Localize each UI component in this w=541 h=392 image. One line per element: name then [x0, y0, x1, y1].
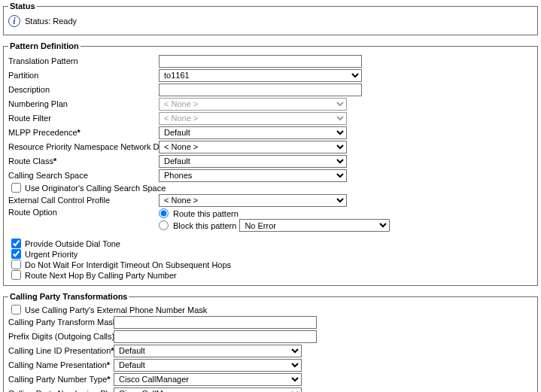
transform-mask-input[interactable]	[114, 316, 317, 329]
prefix-digits-label: Prefix Digits (Outgoing Calls)	[8, 332, 114, 341]
use-orig-css-checkbox[interactable]	[11, 183, 21, 193]
pattern-definition-legend: Pattern Definition	[8, 41, 81, 50]
route-class-label: Route Class	[8, 156, 159, 166]
route-option-label: Route Option	[8, 208, 159, 217]
route-next-hop-checkbox[interactable]	[11, 270, 21, 280]
no-wait-checkbox[interactable]	[11, 260, 21, 269]
cpt-legend: Calling Party Transformations	[8, 292, 129, 301]
route-this-pattern-label: Route this pattern	[173, 209, 239, 218]
info-icon: i	[8, 15, 20, 27]
urgent-priority-label: Urgent Priority	[25, 250, 78, 259]
route-this-pattern-radio[interactable]	[159, 208, 169, 218]
rpnnd-label: Resource Priority Namespace Network Doma…	[8, 142, 159, 151]
cp-num-type-label: Calling Party Number Type	[8, 375, 114, 384]
status-legend: Status	[8, 2, 37, 11]
mlpp-label: MLPP Precedence	[8, 128, 159, 137]
use-mask-checkbox[interactable]	[11, 305, 21, 315]
urgent-priority-checkbox[interactable]	[11, 249, 21, 259]
css-label: Calling Search Space	[8, 171, 159, 180]
provide-dial-tone-label: Provide Outside Dial Tone	[25, 239, 120, 248]
route-next-hop-label: Route Next Hop By Calling Party Number	[25, 271, 177, 280]
block-reason-select[interactable]: No Error	[239, 219, 390, 232]
status-text: Status: Ready	[25, 17, 77, 26]
cp-num-type-select[interactable]: Cisco CallManager	[114, 373, 302, 386]
cname-pres-label: Calling Name Presentation	[8, 360, 114, 369]
css-select[interactable]: Phones	[159, 169, 347, 182]
calling-party-transformations-group: Calling Party Transformations Use Callin…	[3, 292, 538, 392]
status-group: Status i Status: Ready	[3, 2, 538, 35]
provide-dial-tone-checkbox[interactable]	[11, 239, 21, 248]
description-label: Description	[8, 85, 159, 94]
transform-mask-label: Calling Party Transform Mask	[8, 318, 114, 327]
pattern-definition-group: Pattern Definition Translation Pattern P…	[3, 41, 538, 286]
numbering-plan-select[interactable]: < None >	[159, 98, 347, 111]
partition-label: Partition	[8, 71, 159, 80]
rpnnd-select[interactable]: < None >	[159, 141, 347, 153]
block-this-pattern-label: Block this pattern	[173, 221, 236, 230]
description-input[interactable]	[159, 84, 362, 96]
route-filter-select[interactable]: < None >	[159, 112, 347, 125]
numbering-plan-label: Numbering Plan	[8, 99, 159, 108]
block-this-pattern-radio[interactable]	[159, 220, 169, 230]
route-class-select[interactable]: Default	[159, 155, 347, 168]
cp-num-plan-select[interactable]: Cisco CallManager	[114, 387, 302, 393]
cp-num-plan-label: Calling Party Numbering Plan	[8, 389, 114, 392]
route-filter-label: Route Filter	[8, 114, 159, 123]
clid-pres-select[interactable]: Default	[114, 345, 302, 357]
prefix-digits-input[interactable]	[114, 330, 317, 343]
translation-pattern-input[interactable]	[159, 55, 362, 68]
translation-pattern-label: Translation Pattern	[8, 56, 159, 65]
cname-pres-select[interactable]: Default	[114, 359, 302, 372]
use-mask-label: Use Calling Party's External Phone Numbe…	[25, 305, 207, 315]
mlpp-select[interactable]: Default	[159, 126, 347, 139]
eccp-select[interactable]: < None >	[159, 194, 347, 207]
use-orig-css-label: Use Originator's Calling Search Space	[25, 184, 166, 193]
clid-pres-label: Calling Line ID Presentation	[8, 346, 114, 355]
no-wait-label: Do Not Wait For Interdigit Timeout On Su…	[25, 260, 231, 269]
eccp-label: External Call Control Profile	[8, 196, 159, 205]
partition-select[interactable]: to1161	[159, 69, 362, 82]
